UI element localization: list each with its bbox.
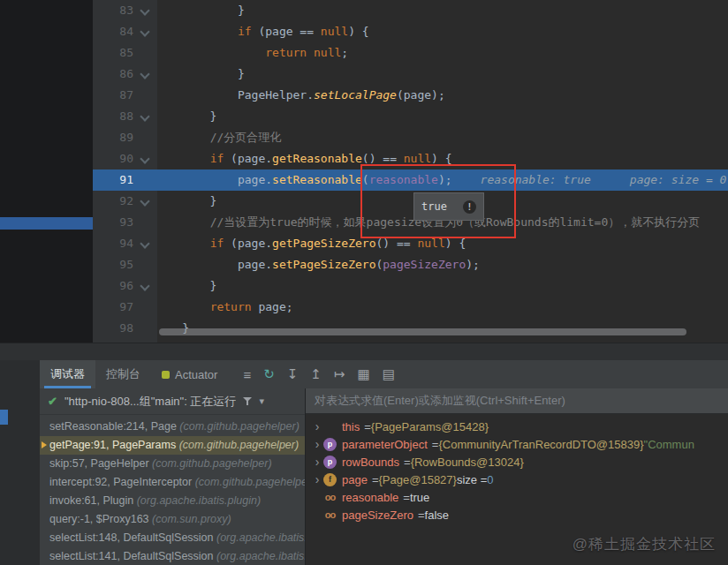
line-number[interactable]: 87 — [93, 85, 133, 106]
fold-marker-icon[interactable] — [140, 154, 149, 163]
rerun-icon[interactable]: ↻ — [263, 366, 275, 382]
view-menu-icon[interactable]: ≡ — [243, 367, 251, 382]
line-number[interactable]: 95 — [93, 254, 133, 275]
gutter-fold-area — [133, 127, 155, 148]
gutter-fold-area[interactable] — [133, 21, 155, 42]
frame-row[interactable]: query:-1, $Proxy163 (com.sun.proxy) — [40, 510, 305, 529]
step-down-icon[interactable]: ↧ — [287, 366, 299, 382]
gutter-fold-area[interactable] — [133, 148, 155, 170]
gutter-fold-area[interactable] — [133, 106, 155, 127]
gutter-fold-area[interactable] — [133, 0, 155, 21]
field-icon: f — [323, 473, 337, 486]
expand-chevron-icon[interactable]: › — [311, 454, 323, 470]
code-editor[interactable]: 83 }84 if (page == null) {85 return null… — [0, 0, 728, 343]
fold-marker-icon[interactable] — [140, 5, 149, 15]
line-number[interactable]: 84 — [93, 21, 133, 42]
variable-row[interactable]: ›pparameterObject= {CommunityArTranRecor… — [306, 435, 728, 453]
thread-dropdown-caret-icon[interactable]: ▾ — [259, 396, 264, 407]
line-number[interactable]: 88 — [93, 106, 133, 127]
evaluate-expression-input[interactable]: 对表达式求值(Enter)或添加监视(Ctrl+Shift+Enter) — [306, 388, 728, 414]
line-number[interactable]: 93 — [93, 212, 133, 233]
step-up-icon[interactable]: ↥ — [310, 366, 322, 382]
line-number[interactable]: 98 — [93, 318, 133, 339]
variable-row[interactable]: ›fpage= {Page@15827} size = 0 — [306, 471, 728, 488]
tab-console[interactable]: 控制台 — [95, 360, 151, 388]
run-to-line-icon[interactable]: ↦ — [334, 366, 345, 382]
code-text: } — [155, 191, 216, 212]
tab-debugger[interactable]: 调试器 — [40, 360, 95, 388]
filter-funnel-icon[interactable] — [243, 396, 252, 406]
debugger-value-tooltip: true ! — [413, 192, 484, 221]
fold-marker-icon[interactable] — [140, 196, 149, 206]
variable-row[interactable]: ›this= {PageParams@15428} — [306, 418, 728, 435]
gutter-fold-area[interactable] — [133, 64, 155, 85]
code-line: 89 //分页合理化 — [93, 127, 728, 148]
code-line: 85 return null; — [93, 42, 728, 64]
parameter-icon: p — [323, 438, 337, 451]
tab-actuator[interactable]: Actuator — [151, 360, 228, 388]
ide-window: 83 }84 if (page == null) {85 return null… — [0, 0, 728, 565]
info-icon[interactable]: ! — [463, 200, 476, 214]
line-number[interactable]: 92 — [93, 191, 133, 212]
code-line: 97 return page; — [93, 297, 728, 318]
debug-tabs: 调试器控制台Actuator — [40, 360, 228, 388]
line-number[interactable]: 83 — [93, 0, 133, 21]
frame-row[interactable]: skip:57, PageHelper (com.github.pagehelp… — [40, 455, 305, 473]
line-number[interactable]: 90 — [93, 148, 133, 170]
fold-marker-icon[interactable] — [140, 69, 149, 79]
frame-row[interactable]: selectList:141, DefaultSqlSession (org.a… — [40, 547, 305, 565]
variable-row[interactable]: ›prowBounds= {RowBounds@13024} — [306, 453, 728, 471]
fold-marker-icon[interactable] — [140, 281, 149, 290]
line-number[interactable]: 91 — [93, 170, 133, 191]
frame-row[interactable]: selectList:148, DefaultSqlSession (org.a… — [40, 529, 305, 547]
fold-marker-icon[interactable] — [140, 238, 149, 248]
line-number[interactable]: 97 — [93, 297, 133, 318]
frame-row[interactable]: setReasonable:214, Page (com.github.page… — [40, 418, 305, 436]
line-number[interactable]: 89 — [93, 127, 133, 148]
grid-view-icon[interactable]: ▦ — [358, 366, 370, 382]
code-line: 84 if (page == null) { — [93, 21, 728, 42]
inline-debugger-hint: page: size = 0 — [630, 173, 727, 186]
collapsed-left-panel — [0, 0, 93, 343]
expand-chevron-icon[interactable]: › — [311, 418, 323, 434]
code-text: } — [155, 106, 216, 127]
panel-separator[interactable] — [0, 343, 728, 361]
horizontal-scrollbar[interactable] — [159, 328, 686, 335]
variable-row[interactable]: ooreasonable= true — [306, 488, 728, 506]
code-line: 87 PageHelper.setLocalPage(page); — [93, 85, 728, 106]
line-number[interactable]: 96 — [93, 275, 133, 297]
frame-row[interactable]: invoke:61, Plugin (org.apache.ibatis.plu… — [40, 492, 305, 510]
fold-marker-icon[interactable] — [140, 111, 149, 121]
line-number[interactable]: 94 — [93, 233, 133, 254]
thread-running-icon: ✔ — [48, 395, 57, 408]
line-number[interactable]: 85 — [93, 42, 133, 64]
variable-row[interactable]: oopageSizeZero= false — [306, 506, 728, 524]
expand-chevron-icon[interactable]: › — [311, 436, 323, 452]
gutter-fold-area[interactable] — [133, 191, 155, 212]
code-text: } — [155, 0, 245, 21]
frame-row[interactable]: getPage:91, PageParams (com.github.pageh… — [40, 436, 305, 455]
thread-label: "http-nio-808...组"main": 正在运行 — [64, 394, 236, 410]
expand-chevron-icon[interactable]: › — [311, 471, 323, 487]
thread-selector[interactable]: ✔ "http-nio-808...组"main": 正在运行 ▾ — [40, 388, 305, 415]
watch-icon: oo — [323, 508, 337, 522]
code-text: PageHelper.setLocalPage(page); — [155, 85, 445, 106]
tooltip-value: true — [421, 200, 447, 213]
code-text: return null; — [155, 42, 348, 64]
gutter-fold-area — [133, 212, 155, 233]
toolwindow-stripe — [0, 360, 40, 565]
code-text: page.setPageSizeZero(pageSizeZero); — [155, 254, 480, 275]
frame-row[interactable]: intercept:92, PageInterceptor (com.githu… — [40, 473, 305, 492]
code-text: if (page == null) { — [155, 21, 369, 42]
gutter-fold-area[interactable] — [133, 275, 155, 297]
gutter-fold-area[interactable] — [133, 233, 155, 254]
gutter-fold-area — [133, 42, 155, 64]
parameter-icon: p — [323, 456, 337, 469]
code-text: } — [155, 275, 216, 297]
gutter-fold-area — [133, 254, 155, 275]
layout-view-icon[interactable]: ▤ — [383, 366, 395, 382]
code-line: 86 } — [93, 64, 728, 85]
line-number[interactable]: 86 — [93, 64, 133, 85]
fold-marker-icon[interactable] — [140, 26, 149, 36]
gutter-fold-area — [133, 170, 155, 191]
